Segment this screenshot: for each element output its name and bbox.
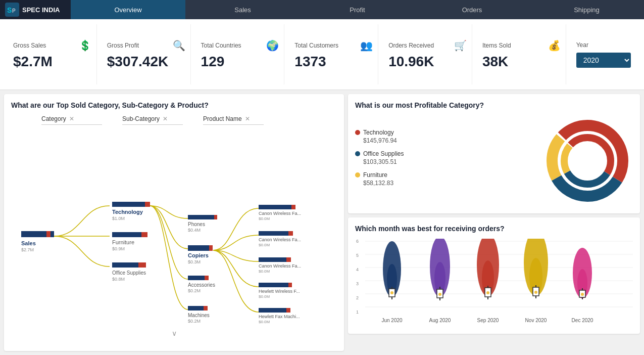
svg-text:Technology: Technology <box>112 209 143 215</box>
kpi-total-countries-value: 129 <box>201 54 279 70</box>
svg-rect-19 <box>188 215 217 219</box>
legend-val-technology: $145,976.94 <box>355 137 532 144</box>
svg-point-61 <box>571 145 604 177</box>
kpi-total-customers: Total Customers 👥 1373 <box>289 24 378 84</box>
svg-rect-39 <box>259 231 291 236</box>
svg-rect-32 <box>204 306 208 310</box>
filter-product-label: Product Name <box>203 115 242 122</box>
kpi-total-countries-icon: 🌍 <box>266 39 279 52</box>
legend-val-furniture: $58,132.83 <box>355 180 532 187</box>
kpi-items-sold-icon: 💰 <box>548 39 561 52</box>
filter-subcategory-close[interactable]: ✕ <box>163 115 168 122</box>
svg-rect-44 <box>286 257 291 262</box>
svg-rect-43 <box>259 257 289 262</box>
kpi-items-sold-label: Items Sold <box>482 42 511 49</box>
kpi-orders-received-icon: 🛒 <box>454 39 467 52</box>
svg-text:$0.4M: $0.4M <box>188 228 201 233</box>
kpi-total-countries-label: Total Countries <box>201 42 241 49</box>
right-panel: What is our most Profitable Category? Te… <box>348 94 640 351</box>
svg-text:Nov 2020: Nov 2020 <box>525 318 547 323</box>
kpi-gross-sales-icon: 💲 <box>79 39 91 52</box>
svg-rect-12 <box>141 232 147 237</box>
svg-rect-48 <box>288 283 292 287</box>
svg-text:Furniture: Furniture <box>112 239 134 245</box>
y-label-2: 2 <box>356 295 359 300</box>
svg-point-82 <box>486 291 489 294</box>
legend-dot-furniture <box>355 172 360 178</box>
donut-section: Technology $145,976.94 Office Supplies $… <box>355 115 633 206</box>
svg-text:Office Supplies: Office Supplies <box>112 270 146 276</box>
svg-text:$0.2M: $0.2M <box>188 319 201 324</box>
svg-text:Phones: Phones <box>188 221 205 227</box>
main-content: What are our Top Sold Category, Sub-Cate… <box>0 90 644 355</box>
legend-office-supplies: Office Supplies $103,305.51 <box>355 150 532 165</box>
violin-chart-container: 6 5 4 3 2 1 <box>355 239 633 327</box>
y-label-3: 3 <box>356 281 359 286</box>
svg-point-72 <box>390 291 393 294</box>
svg-point-87 <box>534 291 537 294</box>
y-label-5: 5 <box>356 253 359 258</box>
svg-text:$2.7M: $2.7M <box>21 247 34 252</box>
best-month-title: Which month was best for receiving order… <box>355 225 633 233</box>
left-panel-title: What are our Top Sold Category, Sub-Cate… <box>11 101 337 109</box>
svg-rect-23 <box>188 245 212 251</box>
tab-sales[interactable]: Sales <box>185 0 300 19</box>
svg-rect-8 <box>145 202 150 207</box>
svg-rect-31 <box>188 306 206 310</box>
violin-svg: Jun 2020 Aug 2020 Sep 2020 Nov 2020 Dec … <box>365 239 633 325</box>
legend-dot-office-supplies <box>355 151 360 156</box>
kpi-gross-profit: Gross Profit 🔍 $307.42K <box>102 24 191 84</box>
svg-text:$0.0M: $0.0M <box>259 269 270 274</box>
filter-category[interactable]: Category ✕ <box>41 115 102 125</box>
svg-text:$0.3M: $0.3M <box>188 259 201 264</box>
kpi-gross-profit-value: $307.42K <box>107 54 185 70</box>
profitable-category-title: What is our most Profitable Category? <box>355 101 633 109</box>
donut-chart <box>542 115 633 206</box>
legend-furniture: Furniture $58,132.83 <box>355 171 532 187</box>
tree-svg: Sales $2.7M Technology $1.0M Furniture $… <box>11 135 344 337</box>
filter-product-close[interactable]: ✕ <box>245 115 250 122</box>
top-navigation: S P SPEC INDIA Overview Sales Profit Ord… <box>0 0 644 19</box>
best-month-card: Which month was best for receiving order… <box>348 217 640 334</box>
svg-text:$0.2M: $0.2M <box>188 288 201 293</box>
tab-orders[interactable]: Orders <box>415 0 529 19</box>
svg-rect-35 <box>259 205 294 209</box>
svg-rect-47 <box>259 283 291 287</box>
kpi-total-customers-value: 1373 <box>294 54 373 70</box>
legend-val-office-supplies: $103,305.51 <box>355 158 532 165</box>
kpi-year-label: Year <box>576 41 631 49</box>
y-label-4: 4 <box>356 267 359 272</box>
tab-shipping[interactable]: Shipping <box>529 0 644 19</box>
y-label-6: 6 <box>356 239 359 244</box>
y-axis: 6 5 4 3 2 1 <box>356 239 359 315</box>
kpi-orders-received: Orders Received 🛒 10.96K <box>383 24 472 84</box>
legend-items: Technology $145,976.94 Office Supplies $… <box>355 129 532 193</box>
filter-product[interactable]: Product Name ✕ <box>203 115 264 125</box>
filter-subcategory[interactable]: Sub-Category ✕ <box>122 115 183 125</box>
svg-text:P: P <box>12 8 16 14</box>
svg-rect-16 <box>138 262 146 268</box>
nav-tabs: Overview Sales Profit Orders Shipping <box>71 0 644 19</box>
filter-subcategory-label: Sub-Category <box>122 115 160 122</box>
svg-rect-11 <box>112 232 145 237</box>
svg-text:Canon Wireless Fa...: Canon Wireless Fa... <box>259 237 301 242</box>
year-select[interactable]: 2020 2019 2018 <box>576 53 631 68</box>
logo-text: SPEC INDIA <box>22 6 60 14</box>
kpi-gross-profit-label: Gross Profit <box>107 42 139 49</box>
svg-point-92 <box>581 293 584 296</box>
legend-cat-furniture: Furniture <box>363 171 387 179</box>
svg-text:$0.9M: $0.9M <box>112 246 125 251</box>
kpi-year: Year 2020 2019 2018 <box>571 24 636 84</box>
svg-text:S: S <box>7 6 12 14</box>
svg-rect-24 <box>209 245 213 251</box>
svg-rect-36 <box>291 205 295 209</box>
svg-text:Machines: Machines <box>188 313 210 318</box>
tab-profit[interactable]: Profit <box>300 0 415 19</box>
filter-row: Category ✕ Sub-Category ✕ Product Name ✕ <box>11 115 337 125</box>
svg-text:Aug 2020: Aug 2020 <box>429 318 451 323</box>
svg-point-77 <box>438 293 441 296</box>
kpi-gross-sales-value: $2.7M <box>13 54 91 70</box>
y-label-1: 1 <box>356 309 359 315</box>
filter-category-close[interactable]: ✕ <box>69 115 74 122</box>
tab-overview[interactable]: Overview <box>71 0 185 19</box>
